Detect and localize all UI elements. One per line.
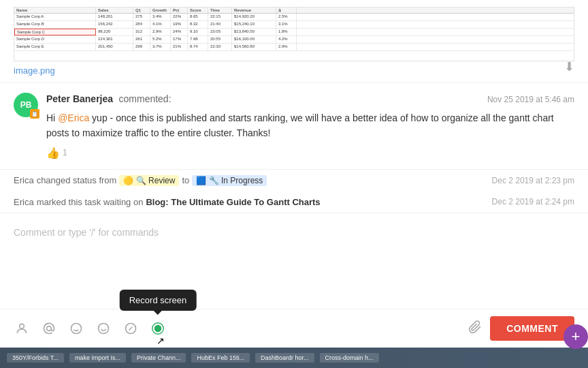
activity-time-2: Dec 2 2019 at 2:24 pm	[492, 197, 574, 206]
comment-section: PB 📋 Peter Banerjea commented: Nov 25 20…	[0, 83, 588, 170]
like-row: 👍 1	[46, 147, 574, 159]
like-button[interactable]: 👍	[46, 147, 60, 159]
svg-line-9	[129, 327, 133, 331]
slash-icon[interactable]	[122, 320, 139, 337]
toolbar-icons: Record screen ↗	[14, 320, 166, 337]
commenter-name: Peter Banerjea	[46, 93, 113, 104]
comment-header: Peter Banerjea commented: Nov 25 2019 at…	[46, 93, 574, 105]
image-section: Name Sales Q1 Growth Pct Score Time Reve…	[0, 0, 588, 83]
svg-point-2	[71, 324, 82, 334]
download-icon[interactable]: ⬇	[564, 59, 574, 74]
comment-input-placeholder[interactable]: Comment or type '/' for commands	[14, 224, 574, 241]
activity-user-1: Erica	[14, 175, 34, 185]
comment-text: Hi @Erica yup - once this is published a…	[46, 110, 574, 141]
taskbar-item[interactable]: 350Y/Forbids T...	[7, 353, 64, 363]
image-filename[interactable]: image.png	[14, 65, 574, 76]
attachment-icon[interactable]	[468, 320, 482, 337]
taskbar-item[interactable]: DashBoardr hor...	[255, 353, 314, 363]
taskbar-item[interactable]: Private Chann...	[131, 353, 186, 363]
activity-action-1: changed status from	[37, 175, 117, 185]
like-count: 1	[63, 148, 67, 157]
activity-user-2: Erica	[14, 197, 34, 207]
status-to-chip: 🟦 🔧 In Progress	[192, 175, 267, 186]
activity-task-waiting: Erica marked this task waiting on Blog: …	[0, 191, 588, 213]
at-icon[interactable]	[41, 320, 57, 337]
comment-toolbar: Record screen ↗ COMMENT	[0, 309, 588, 348]
activity-action-2: marked this task waiting on	[37, 197, 144, 207]
comment-button[interactable]: COMMENT	[490, 316, 574, 341]
commented-text: commented:	[119, 93, 172, 104]
emoji-icon[interactable]	[68, 320, 84, 337]
person-icon[interactable]	[14, 320, 30, 337]
add-button[interactable]: +	[564, 324, 588, 349]
svg-point-11	[154, 325, 161, 331]
comment-input-area[interactable]: Comment or type '/' for commands	[0, 213, 588, 309]
svg-point-0	[20, 324, 24, 328]
taskbar: 350Y/Forbids T... make Import Is... Priv…	[0, 348, 588, 368]
avatar-initials: PB	[20, 100, 32, 110]
taskbar-item[interactable]: make Import Is...	[69, 353, 126, 363]
activity-status-change: Erica changed status from 🟡 🔍 Review to …	[0, 170, 588, 191]
record-screen-tooltip: Record screen	[120, 290, 197, 311]
svg-point-5	[99, 324, 109, 334]
status-from-chip: 🟡 🔍 Review	[119, 175, 179, 186]
record-screen-icon[interactable]	[150, 320, 166, 337]
activity-text-2: Erica marked this task waiting on Blog: …	[14, 197, 321, 207]
cursor-indicator: ↗	[157, 335, 165, 346]
spreadsheet-preview: Name Sales Q1 Growth Pct Score Time Reve…	[14, 7, 574, 61]
taskbar-item[interactable]: HubEx Feb 15ti...	[191, 353, 250, 363]
comment-message: yup - once this is published and starts …	[46, 112, 554, 138]
mention-tag: @Erica	[58, 112, 89, 123]
comment-author-line: Peter Banerjea commented:	[46, 93, 172, 105]
comment-timestamp: Nov 25 2019 at 5:46 am	[487, 95, 574, 104]
svg-point-1	[47, 326, 52, 331]
avatar-badge: 📋	[30, 109, 39, 119]
taskbar-item[interactable]: Cross-domain h...	[320, 353, 379, 363]
comment-body: Peter Banerjea commented: Nov 25 2019 at…	[46, 93, 574, 159]
task-link[interactable]: Blog: The Ultimate Guide To Gantt Charts	[146, 197, 320, 207]
activity-text-1: Erica changed status from 🟡 🔍 Review to …	[14, 175, 267, 186]
smiley-icon[interactable]	[95, 320, 112, 337]
record-screen-container: Record screen ↗	[150, 320, 166, 337]
main-container: Name Sales Q1 Growth Pct Score Time Reve…	[0, 0, 588, 368]
avatar: PB 📋	[14, 93, 38, 117]
activity-time-1: Dec 2 2019 at 2:23 pm	[492, 176, 574, 185]
